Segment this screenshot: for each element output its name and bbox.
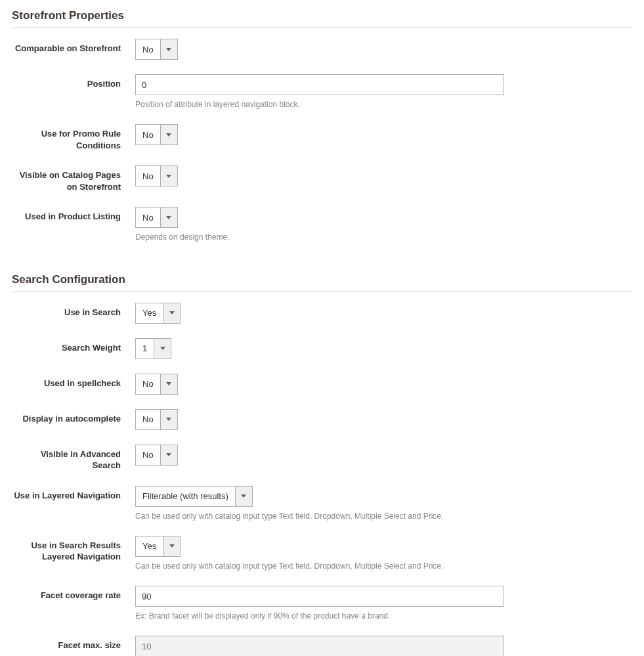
chevron-down-icon — [166, 382, 171, 385]
field-advanced-search: Visible in Advanced Search No — [12, 445, 632, 471]
label-search-results-nav: Use in Search Results Layered Navigation — [12, 536, 135, 563]
chevron-down-icon — [169, 544, 175, 548]
select-value-spellcheck: No — [136, 374, 160, 394]
field-layered-navigation: Use in Layered Navigation Filterable (wi… — [12, 486, 632, 521]
input-facet-coverage[interactable] — [135, 586, 504, 607]
chevron-down-icon — [166, 418, 171, 421]
field-product-listing: Used in Product Listing No Depends on de… — [12, 207, 632, 242]
field-spellcheck: Used in spellcheck No — [12, 374, 632, 395]
chevron-down-icon — [166, 453, 171, 456]
select-comparable[interactable]: No — [135, 39, 178, 60]
chevron-down-icon — [166, 133, 171, 137]
chevron-down-icon — [160, 347, 165, 350]
select-value-use-in-search: Yes — [136, 303, 163, 323]
note-layered-navigation: Can be used only with catalog input type… — [135, 511, 504, 521]
select-layered-navigation[interactable]: Filterable (with results) — [135, 486, 253, 507]
select-advanced-search[interactable]: No — [135, 445, 178, 466]
select-search-results-nav[interactable]: Yes — [135, 536, 181, 557]
field-autocomplete: Display in autocomplete No — [12, 409, 632, 430]
select-value-search-weight: 1 — [136, 339, 154, 359]
select-button-use-in-search[interactable] — [163, 303, 180, 323]
field-promo-rule: Use for Promo Rule Conditions No — [12, 124, 632, 151]
chevron-down-icon — [166, 48, 171, 51]
section-title-search: Search Configuration — [12, 264, 632, 292]
note-search-results-nav: Can be used only with catalog input type… — [135, 561, 504, 571]
label-advanced-search: Visible in Advanced Search — [12, 445, 135, 471]
label-facet-coverage: Facet coverage rate — [12, 586, 135, 601]
select-value-product-listing: No — [136, 208, 160, 227]
section-title-storefront: Storefront Properties — [12, 0, 632, 28]
label-comparable: Comparable on Storefront — [12, 39, 135, 55]
field-search-results-nav: Use in Search Results Layered Navigation… — [12, 536, 632, 571]
chevron-down-icon — [166, 216, 171, 219]
select-value-comparable: No — [136, 39, 160, 59]
note-facet-coverage: Ex: Brand facet will be displayed only i… — [135, 611, 504, 621]
select-visible-catalog[interactable]: No — [135, 165, 178, 186]
input-facet-max — [135, 636, 504, 656]
select-value-visible-catalog: No — [136, 166, 160, 186]
select-autocomplete[interactable]: No — [135, 409, 178, 430]
label-layered-navigation: Use in Layered Navigation — [12, 486, 135, 502]
label-product-listing: Used in Product Listing — [12, 207, 135, 223]
field-facet-coverage: Facet coverage rate Ex: Brand facet will… — [12, 586, 632, 621]
input-position[interactable] — [135, 74, 504, 95]
select-value-autocomplete: No — [136, 410, 160, 429]
field-comparable-on-storefront: Comparable on Storefront No — [12, 39, 632, 60]
label-visible-catalog: Visible on Catalog Pages on Storefront — [12, 165, 135, 192]
select-value-advanced-search: No — [136, 445, 160, 465]
note-product-listing: Depends on design theme. — [135, 232, 504, 242]
field-search-weight: Search Weight 1 — [12, 338, 632, 359]
label-spellcheck: Used in spellcheck — [12, 374, 135, 389]
select-button-layered-navigation[interactable] — [235, 487, 252, 506]
note-position: Position of attribute in layered navigat… — [135, 99, 504, 110]
label-autocomplete: Display in autocomplete — [12, 409, 135, 425]
label-use-in-search: Use in Search — [12, 303, 135, 318]
select-value-search-results-nav: Yes — [136, 536, 163, 556]
select-button-search-results-nav[interactable] — [163, 536, 180, 556]
select-search-weight[interactable]: 1 — [135, 338, 171, 359]
select-button-search-weight[interactable] — [154, 339, 171, 359]
chevron-down-icon — [169, 311, 175, 315]
field-position: Position Position of attribute in layere… — [12, 74, 632, 110]
select-button-autocomplete[interactable] — [160, 410, 177, 429]
select-button-comparable[interactable] — [160, 39, 177, 59]
select-use-in-search[interactable]: Yes — [135, 303, 181, 324]
label-facet-max: Facet max. size — [12, 636, 135, 651]
select-button-advanced-search[interactable] — [160, 445, 177, 465]
chevron-down-icon — [166, 175, 171, 178]
label-search-weight: Search Weight — [12, 338, 135, 354]
chevron-down-icon — [241, 494, 246, 498]
select-button-spellcheck[interactable] — [160, 374, 177, 394]
select-value-layered-navigation: Filterable (with results) — [136, 487, 235, 506]
label-position: Position — [12, 74, 135, 90]
label-promo-rule: Use for Promo Rule Conditions — [12, 124, 135, 151]
field-visible-catalog: Visible on Catalog Pages on Storefront N… — [12, 165, 632, 192]
field-use-in-search: Use in Search Yes — [12, 303, 632, 324]
select-button-product-listing[interactable] — [160, 208, 177, 227]
select-button-promo[interactable] — [160, 125, 177, 144]
select-button-visible-catalog[interactable] — [160, 166, 177, 186]
select-promo-rule[interactable]: No — [135, 124, 178, 145]
select-product-listing[interactable]: No — [135, 207, 178, 228]
field-facet-max: Facet max. size Max number of values ret… — [12, 636, 632, 656]
select-spellcheck[interactable]: No — [135, 374, 178, 395]
select-value-promo: No — [136, 125, 160, 144]
